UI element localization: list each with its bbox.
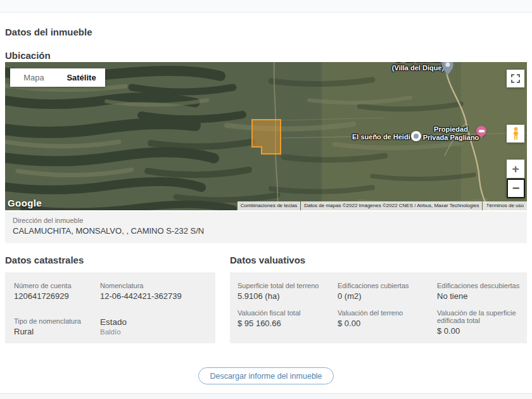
lodging-marker-icon bbox=[476, 126, 486, 136]
field-valuacion-superficie-edificada: Valuación de la superficie edificada tot… bbox=[437, 309, 522, 336]
zoom-out-button[interactable]: − bbox=[507, 179, 525, 198]
minus-icon: − bbox=[512, 181, 520, 196]
zoom-in-button[interactable]: + bbox=[507, 160, 524, 178]
field-numero-de-cuenta: Número de cuenta 120641726929 bbox=[14, 282, 100, 301]
field-valuacion-terreno: Valuación del terreno $ 0.00 bbox=[338, 309, 437, 336]
fullscreen-icon bbox=[511, 74, 520, 83]
google-logo[interactable]: Google bbox=[8, 198, 42, 208]
field-edificaciones-descubiertas: Edificaciones descubiertas No tiene bbox=[437, 282, 522, 301]
address-label: Dirección del inmueble bbox=[13, 217, 527, 224]
field-tipo-nomenclatura: Tipo de nomenclatura Rural bbox=[14, 317, 100, 336]
keyboard-shortcuts-link[interactable]: Combinaciones de teclas bbox=[238, 201, 300, 210]
footer-strip bbox=[0, 393, 532, 399]
actions-row: Descargar informe del inmueble bbox=[0, 367, 532, 384]
terms-of-use-link[interactable]: Términos de uso bbox=[483, 201, 527, 210]
map-type-toggle: Mapa Satélite bbox=[10, 68, 105, 87]
address-panel: Dirección del inmueble CALAMUCHITA, MONS… bbox=[5, 212, 527, 243]
page-title: Datos del inmueble bbox=[5, 27, 92, 37]
field-edificaciones-cubiertas: Edificaciones cubiertas 0 (m2) bbox=[338, 282, 437, 301]
map-type-button-satelite[interactable]: Satélite bbox=[58, 68, 105, 87]
plus-icon: + bbox=[512, 162, 519, 176]
pegman-icon bbox=[511, 127, 521, 141]
top-bar bbox=[0, 0, 532, 13]
section-title-catastrales: Datos catastrales bbox=[5, 255, 84, 265]
section-title-ubicacion: Ubicación bbox=[5, 50, 51, 61]
map-viewport[interactable]: B° La Sierrita (Villa del Dique) El sueñ… bbox=[5, 62, 527, 210]
valuation-data-card: Superficie total del terreno 5.9106 (ha)… bbox=[230, 272, 527, 343]
pegman-button[interactable] bbox=[507, 125, 524, 142]
download-report-button[interactable]: Descargar informe del inmueble bbox=[198, 367, 333, 384]
field-estado: Estado Baldío bbox=[100, 317, 210, 336]
field-valuacion-fiscal: Valuación fiscal total $ 95 160.66 bbox=[238, 309, 338, 336]
cadastral-data-card: Número de cuenta 120641726929 Nomenclatu… bbox=[5, 272, 215, 343]
map-label-pagliano: Propiedad Privada Pagliano bbox=[418, 125, 484, 142]
field-superficie-total: Superficie total del terreno 5.9106 (ha) bbox=[238, 282, 338, 301]
place-pin-icon bbox=[441, 62, 455, 76]
field-nomenclatura: Nomenclatura 12-06-442421-362739 bbox=[100, 282, 210, 301]
section-title-valuativos: Datos valuativos bbox=[230, 255, 305, 265]
map-label-heidi: El sueño de Heidi bbox=[352, 133, 410, 141]
map-attribution: Combinaciones de teclas Datos de mapas ©… bbox=[237, 201, 527, 210]
map-type-button-mapa[interactable]: Mapa bbox=[10, 68, 58, 87]
fullscreen-button[interactable] bbox=[507, 70, 524, 87]
address-value: CALAMUCHITA, MONSALVO, , CAMINO S-232 S/… bbox=[13, 226, 527, 236]
map-data-credit: Datos de mapas ©2022 Imágenes ©2022 CNES… bbox=[301, 201, 482, 210]
